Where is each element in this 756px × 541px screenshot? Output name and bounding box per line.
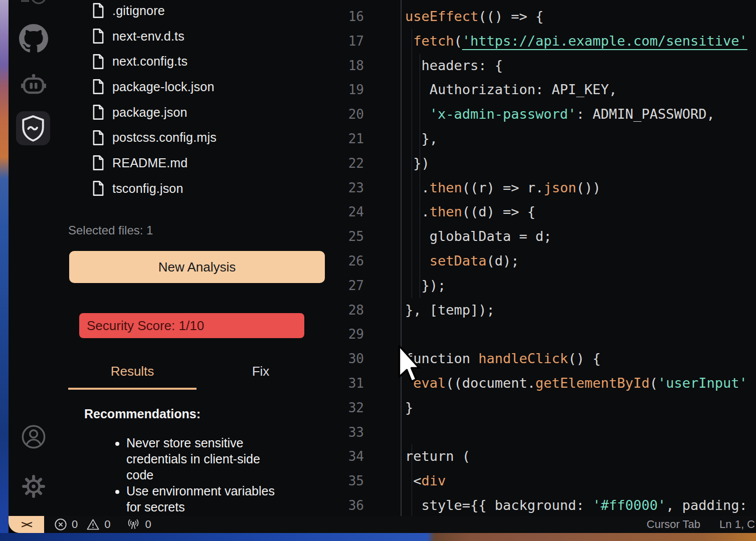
partial-lines-circle-x-icon[interactable] xyxy=(17,0,50,8)
line-number: 23 xyxy=(342,176,401,200)
results-fix-tabs: ResultsFix xyxy=(68,364,325,390)
file-row[interactable]: next.config.ts xyxy=(59,49,342,74)
code-line: fetch('https://api.example.com/sensitive… xyxy=(405,29,756,54)
problems-status[interactable]: 0 0 xyxy=(54,518,111,531)
line-number: 35 xyxy=(342,469,401,493)
line-number: 22 xyxy=(342,151,401,176)
code-line: eval((document.getElementById('userInput… xyxy=(405,371,756,396)
file-icon xyxy=(92,3,105,19)
line-number: 25 xyxy=(342,224,401,249)
code-line: return ( xyxy=(405,444,756,469)
broadcast-count: 0 xyxy=(145,518,151,531)
security-shield-icon[interactable] xyxy=(16,111,50,145)
tab-results[interactable]: Results xyxy=(68,364,197,390)
code-line: .then((d) => { xyxy=(405,200,756,224)
recommendation-item: Use environment variables for secrets xyxy=(126,483,288,515)
code-line: globalData = d; xyxy=(405,224,756,249)
line-number: 16 xyxy=(342,5,401,29)
recommendation-item: Never store sensitive credentials in cli… xyxy=(126,435,288,483)
code-line: function handleClick() { xyxy=(405,347,756,371)
file-icon xyxy=(92,54,105,70)
code-line: }, [temp]); xyxy=(405,298,756,323)
file-name: postcss.config.mjs xyxy=(112,130,217,145)
recommendations-list: Never store sensitive credentials in cli… xyxy=(84,435,295,515)
line-number: 36 xyxy=(342,493,401,516)
status-bar: >< 0 0 xyxy=(9,516,756,533)
file-row[interactable]: .gitignore xyxy=(59,0,342,24)
line-number: 17 xyxy=(342,29,401,54)
code-line: style={{ background: '#ff0000', padding: xyxy=(405,493,756,516)
line-number: 30 xyxy=(342,347,401,371)
settings-gear-icon[interactable] xyxy=(20,473,47,500)
file-icon xyxy=(92,130,105,146)
file-icon xyxy=(92,79,105,95)
file-row[interactable]: tsconfig.json xyxy=(59,176,342,201)
line-number: 19 xyxy=(342,78,401,102)
code-line: headers: { xyxy=(405,54,756,78)
line-number: 26 xyxy=(342,249,401,274)
broadcast-status[interactable]: 0 xyxy=(126,517,151,531)
line-number: 33 xyxy=(342,420,401,445)
line-number: 20 xyxy=(342,102,401,127)
new-analysis-button[interactable]: New Analysis xyxy=(69,251,325,283)
file-name: next-env.d.ts xyxy=(112,29,184,44)
broadcast-tower-icon xyxy=(126,517,141,531)
selected-files-label: Selected files: 1 xyxy=(68,223,153,237)
github-icon[interactable] xyxy=(19,24,48,53)
line-number: 32 xyxy=(342,396,401,420)
file-icon xyxy=(92,155,105,171)
code-line: }) xyxy=(405,151,756,176)
activity-bar xyxy=(9,0,59,516)
error-count: 0 xyxy=(72,518,78,531)
file-row[interactable]: next-env.d.ts xyxy=(59,24,342,49)
file-name: .gitignore xyxy=(112,4,165,18)
line-number-gutter: 1617181920212223242526272829303132333435… xyxy=(342,0,402,516)
remote-indicator-button[interactable]: >< xyxy=(9,516,44,533)
code-line: }, xyxy=(405,127,756,151)
code-line xyxy=(405,420,756,445)
line-number: 27 xyxy=(342,274,401,298)
code-line: } xyxy=(405,396,756,420)
code-line: useEffect(() => { xyxy=(405,5,756,29)
line-number: 31 xyxy=(342,371,401,396)
code-editor[interactable]: 1617181920212223242526272829303132333435… xyxy=(342,0,756,516)
editor-window: .gitignorenext-env.d.tsnext.config.tspac… xyxy=(9,0,756,533)
tab-fix[interactable]: Fix xyxy=(197,364,325,390)
file-row[interactable]: postcss.config.mjs xyxy=(59,125,342,150)
file-icon xyxy=(92,180,105,196)
line-number: 34 xyxy=(342,444,401,469)
code-line: Authorization: API_KEY, xyxy=(405,78,756,102)
recommendations-section: Recommendations: Never store sensitive c… xyxy=(84,407,334,515)
warning-icon xyxy=(86,518,100,531)
code-line: 'x-admin-password': ADMIN_PASSWORD, xyxy=(405,102,756,127)
cursor-tab-status[interactable]: Cursor Tab xyxy=(647,518,700,531)
account-icon[interactable] xyxy=(21,424,47,450)
file-row[interactable]: package.json xyxy=(59,100,342,125)
warning-count: 0 xyxy=(104,518,110,531)
file-list: .gitignorenext-env.d.tsnext.config.tspac… xyxy=(59,0,342,201)
line-number: 29 xyxy=(342,322,401,347)
file-name: next.config.ts xyxy=(112,54,187,69)
line-col-status[interactable]: Ln 1, C xyxy=(719,518,755,531)
line-number: 28 xyxy=(342,298,401,323)
code-line: }); xyxy=(405,274,756,298)
file-row[interactable]: package-lock.json xyxy=(59,74,342,100)
security-extension-panel: .gitignorenext-env.d.tsnext.config.tspac… xyxy=(59,0,342,516)
file-name: tsconfig.json xyxy=(112,181,183,196)
file-icon xyxy=(92,104,105,120)
code-line xyxy=(405,322,756,347)
line-number: 18 xyxy=(342,54,401,78)
file-row[interactable]: README.md xyxy=(59,150,342,176)
error-icon xyxy=(54,518,67,531)
desktop-wallpaper-left xyxy=(0,0,9,541)
code-line: .then((r) => r.json()) xyxy=(405,176,756,200)
line-number: 21 xyxy=(342,127,401,151)
copilot-robot-icon[interactable] xyxy=(19,70,48,99)
code-line: <div xyxy=(405,469,756,493)
code-line: setData(d); xyxy=(405,249,756,274)
code-lines: useEffect(() => { fetch('https://api.exa… xyxy=(405,0,756,516)
file-icon xyxy=(92,28,105,44)
file-name: package.json xyxy=(112,105,187,120)
security-score-badge: Security Score: 1/10 xyxy=(79,313,304,338)
desktop-wallpaper-bottom xyxy=(0,533,756,541)
